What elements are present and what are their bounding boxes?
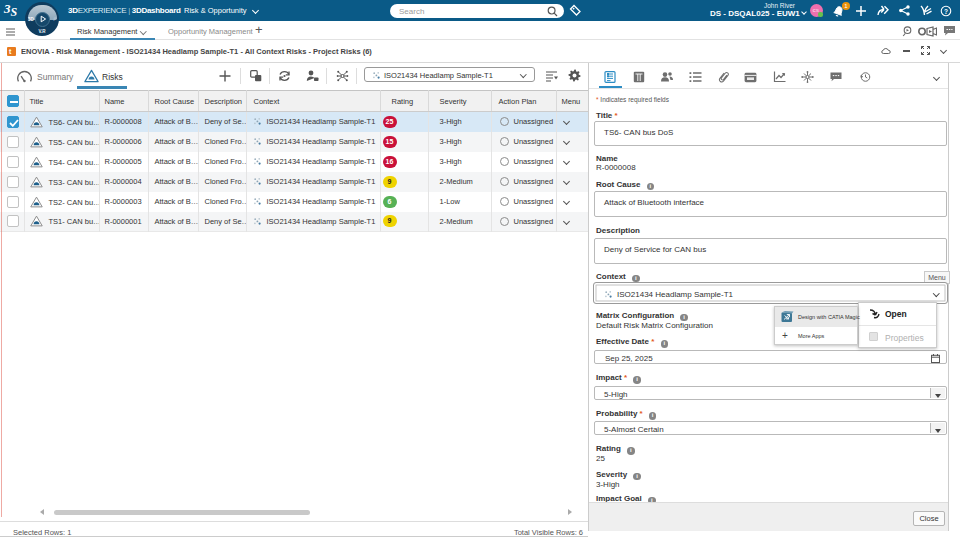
- svg-text:?: ?: [944, 7, 948, 14]
- svg-text:S: S: [11, 5, 18, 19]
